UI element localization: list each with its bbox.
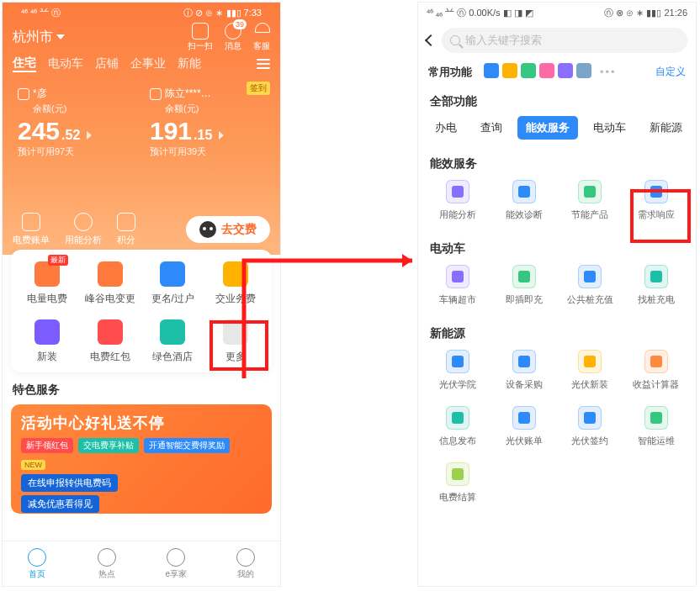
func-icon bbox=[578, 406, 602, 430]
func-item-0-1[interactable]: 能效诊断 bbox=[491, 180, 558, 221]
hot-tab-icon bbox=[98, 548, 116, 567]
checkin-badge[interactable]: 签到 bbox=[247, 82, 270, 95]
func-item-2-6[interactable]: 光伏签约 bbox=[557, 406, 623, 447]
func-item-2-7[interactable]: 智能运维 bbox=[623, 406, 690, 447]
func-item-2-2[interactable]: 光伏新装 bbox=[557, 350, 623, 391]
func-label: 车辆超市 bbox=[439, 293, 476, 306]
tab-2[interactable]: 店铺 bbox=[95, 56, 119, 71]
grid-item-1[interactable]: 峰谷电变更 bbox=[79, 261, 142, 306]
frequent-functions: 常用功能 ••• 自定义 bbox=[418, 58, 696, 86]
func-label: 光伏新装 bbox=[571, 378, 608, 391]
account-card-0[interactable]: *彦余额(元)245.52预计可用97天 bbox=[13, 82, 138, 163]
service-grid-card: 最新电量电费峰谷电变更更名/过户交业务费新装电费红包绿色酒店更多 bbox=[11, 250, 272, 372]
section-title-0: 能效服务 bbox=[418, 148, 696, 175]
customize-link[interactable]: 自定义 bbox=[655, 65, 686, 79]
tab-0[interactable]: 住宅 bbox=[13, 55, 36, 72]
promo-banner[interactable]: 活动中心好礼送不停 新手领红包交电费享补贴开通智能交费得奖励 NEW 在线申报转… bbox=[11, 404, 272, 514]
func-item-2-4[interactable]: 信息发布 bbox=[425, 406, 491, 447]
mine-tab[interactable]: 我的 bbox=[211, 541, 281, 586]
search-icon bbox=[450, 35, 460, 45]
grid-label: 绿色酒店 bbox=[152, 350, 193, 364]
func-item-1-1[interactable]: 即插即充 bbox=[491, 265, 558, 306]
function-tab-0[interactable]: 办电 bbox=[427, 116, 465, 140]
all-functions-screen: ⁴⁶ ₄₆ 䒑 ⓝ 0.00K/s ◧ ◨ ◩ ⓝ ⊗ ⊙ ∗ ▮▮▯ 21:2… bbox=[417, 2, 697, 587]
bill-icon[interactable]: 电费账单 bbox=[13, 213, 50, 246]
status-left: ⁴⁶ ⁴⁶ 䒑 ⓝ bbox=[21, 7, 61, 19]
tab-4[interactable]: 新能 bbox=[178, 56, 201, 71]
func-item-0-0[interactable]: 用能分析 bbox=[425, 180, 491, 221]
promo-tags: 新手领红包交电费享补贴开通智能交费得奖励 bbox=[21, 438, 262, 453]
action-label: 电费账单 bbox=[13, 234, 50, 246]
function-tab-4[interactable]: 新能源 bbox=[641, 116, 691, 140]
promo-tag-0: 新手领红包 bbox=[21, 438, 73, 453]
func-icon bbox=[512, 406, 536, 430]
category-tabs: 住宅电动车店铺企事业新能 bbox=[13, 51, 270, 77]
grid-item-0[interactable]: 最新电量电费 bbox=[16, 261, 79, 306]
tab-1[interactable]: 电动车 bbox=[48, 56, 83, 71]
grid-badge: 最新 bbox=[48, 255, 68, 266]
func-icon bbox=[446, 180, 469, 203]
usage-icon-glyph bbox=[74, 213, 93, 231]
func-item-2-5[interactable]: 光伏账单 bbox=[491, 406, 558, 447]
function-tab-3[interactable]: 电动车 bbox=[585, 116, 634, 140]
quick-actions: 电费账单用能分析积分去交费 bbox=[13, 213, 270, 246]
freq-icon-4[interactable] bbox=[558, 63, 573, 78]
func-item-2-1[interactable]: 设备采购 bbox=[491, 350, 558, 391]
func-item-2-8[interactable]: 电费结算 bbox=[425, 462, 491, 504]
service-icon[interactable]: 客服 bbox=[253, 23, 270, 52]
grid-icon bbox=[160, 319, 185, 345]
usage-icon[interactable]: 用能分析 bbox=[65, 213, 102, 246]
frequent-label: 常用功能 bbox=[428, 65, 472, 80]
message-icon[interactable]: 39消息 bbox=[225, 23, 241, 52]
freq-icon-2[interactable] bbox=[521, 63, 536, 78]
account-card-1[interactable]: 签到陈立****…余额(元)191.15预计可用39天 bbox=[145, 82, 270, 163]
func-label: 光伏学院 bbox=[439, 378, 476, 391]
freq-icon-1[interactable] bbox=[502, 63, 517, 78]
scan-icon-glyph bbox=[192, 23, 209, 40]
section-grid-1: 车辆超市即插即充公共桩充值找桩充电 bbox=[418, 260, 696, 318]
func-item-1-0[interactable]: 车辆超市 bbox=[425, 265, 491, 306]
function-tab-1[interactable]: 查询 bbox=[472, 116, 511, 140]
func-item-2-0[interactable]: 光伏学院 bbox=[425, 350, 491, 391]
func-icon bbox=[644, 265, 668, 288]
grid-icon: 最新 bbox=[34, 261, 60, 287]
grid-item-4[interactable]: 新装 bbox=[16, 319, 79, 364]
grid-item-3[interactable]: 交业务费 bbox=[204, 261, 268, 306]
function-tab-2[interactable]: 能效服务 bbox=[517, 116, 578, 140]
section-grid-2: 光伏学院设备采购光伏新装收益计算器信息发布光伏账单光伏签约智能运维电费结算 bbox=[418, 345, 696, 515]
badge: 39 bbox=[233, 19, 247, 29]
location-picker[interactable]: 杭州市 bbox=[13, 29, 65, 46]
scan-icon[interactable]: 扫一扫 bbox=[188, 23, 213, 52]
grid-item-5[interactable]: 电费红包 bbox=[79, 319, 142, 364]
grid-icon bbox=[98, 319, 123, 345]
status-left: ⁴⁶ ₄₆ 䒑 ⓝ 0.00K/s ◧ ◨ ◩ bbox=[427, 7, 533, 19]
grid-item-2[interactable]: 更名/过户 bbox=[141, 261, 204, 306]
func-item-0-2[interactable]: 节能产品 bbox=[557, 180, 623, 221]
freq-icon-3[interactable] bbox=[539, 63, 554, 78]
home-tab-icon bbox=[28, 548, 46, 567]
hot-tab[interactable]: 热点 bbox=[72, 541, 142, 586]
icon-label: 消息 bbox=[225, 40, 241, 52]
tab-label: 我的 bbox=[237, 568, 254, 580]
func-item-2-3[interactable]: 收益计算器 bbox=[623, 350, 690, 391]
back-icon[interactable] bbox=[425, 34, 437, 46]
tab-3[interactable]: 企事业 bbox=[130, 56, 166, 71]
freq-icon-5[interactable] bbox=[576, 63, 591, 78]
freq-icon-0[interactable] bbox=[484, 63, 499, 78]
pay-button[interactable]: 去交费 bbox=[186, 216, 270, 243]
bottom-tabbar: 首页热点e享家我的 bbox=[3, 541, 280, 586]
balance-dec: .52 bbox=[61, 128, 80, 143]
points-icon[interactable]: 积分 bbox=[117, 213, 135, 246]
func-icon bbox=[512, 350, 536, 373]
points-icon-glyph bbox=[117, 213, 135, 231]
func-item-1-3[interactable]: 找桩充电 bbox=[623, 265, 690, 306]
grid-item-6[interactable]: 绿色酒店 bbox=[141, 319, 204, 364]
family-tab[interactable]: e享家 bbox=[141, 541, 211, 586]
dots-icon: ••• bbox=[600, 66, 617, 78]
home-tab[interactable]: 首页 bbox=[3, 541, 72, 586]
menu-icon[interactable] bbox=[257, 59, 270, 69]
func-icon bbox=[446, 265, 469, 288]
search-input[interactable]: 输入关键字搜索 bbox=[442, 28, 687, 53]
func-item-1-2[interactable]: 公共桩充值 bbox=[557, 265, 623, 306]
highlight-more bbox=[209, 320, 268, 371]
